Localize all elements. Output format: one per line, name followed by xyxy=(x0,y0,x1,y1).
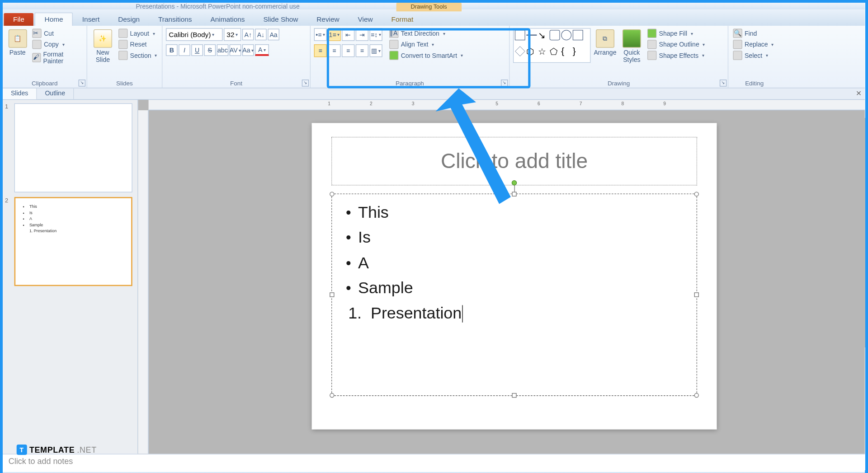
select-button[interactable]: Select xyxy=(732,50,775,61)
clear-formatting-button[interactable]: Aa xyxy=(268,29,279,41)
font-size-combo[interactable]: 32 xyxy=(224,28,241,41)
shape-fill-button[interactable]: Shape Fill xyxy=(646,28,706,38)
justify-button[interactable]: ≡ xyxy=(356,44,368,57)
tab-transitions[interactable]: Transitions xyxy=(149,13,202,26)
change-case-button[interactable]: Aa xyxy=(242,44,254,56)
ruler-vertical[interactable] xyxy=(138,110,149,454)
selection-handle[interactable] xyxy=(512,192,516,197)
title-placeholder[interactable]: Click to add title xyxy=(331,137,697,186)
underline-button[interactable]: U xyxy=(191,44,203,56)
shape-outline-button[interactable]: Shape Outline xyxy=(646,39,706,50)
close-pane-button[interactable]: × xyxy=(853,88,865,99)
scissors-icon: ✂ xyxy=(32,29,41,38)
replace-button[interactable]: Replace xyxy=(732,39,775,50)
selection-handle[interactable] xyxy=(330,292,334,297)
template-branding: T TEMPLATE.NET xyxy=(17,445,97,455)
bullet-item[interactable]: Sample xyxy=(346,275,683,300)
group-label: Editing xyxy=(732,79,777,88)
selection-handle[interactable] xyxy=(694,292,699,297)
group-label: Clipboard xyxy=(6,79,83,88)
tab-insert[interactable]: Insert xyxy=(73,13,108,26)
paste-button[interactable]: 📋 Paste xyxy=(6,28,29,78)
tab-animations[interactable]: Animations xyxy=(201,13,254,26)
bullets-button[interactable]: •≡ xyxy=(314,28,327,41)
brush-icon: 🖌 xyxy=(32,53,41,62)
decrease-indent-button[interactable]: ⇤ xyxy=(342,28,354,41)
section-button[interactable]: Section xyxy=(117,50,158,61)
dialog-launcher-icon[interactable]: ↘ xyxy=(79,80,85,86)
align-text-button[interactable]: Align Text xyxy=(388,39,464,50)
slides-tab[interactable]: Slides xyxy=(3,88,37,99)
bullet-item[interactable]: A xyxy=(346,250,683,276)
shape-icon xyxy=(573,30,583,40)
slide-canvas[interactable]: Click to add title This Is xyxy=(312,123,717,429)
strikethrough-button[interactable]: S xyxy=(204,44,216,56)
contextual-tab-drawing-tools[interactable]: Drawing Tools xyxy=(396,3,461,11)
bullet-item[interactable]: Is xyxy=(346,225,683,250)
quick-styles-button[interactable]: Quick Styles xyxy=(619,28,644,78)
arrange-button[interactable]: ⧉ Arrange xyxy=(593,28,618,78)
grow-font-button[interactable]: A↑ xyxy=(242,29,254,41)
dialog-launcher-icon[interactable]: ↘ xyxy=(302,80,309,86)
align-center-button[interactable]: ≡ xyxy=(328,44,340,57)
slide-thumbnail-1[interactable] xyxy=(14,103,132,192)
align-right-button[interactable]: ≡ xyxy=(342,44,354,57)
notes-pane[interactable]: Click to add notes xyxy=(3,454,865,472)
fill-icon xyxy=(647,29,656,38)
font-color-button[interactable]: A xyxy=(255,44,269,56)
columns-button[interactable]: ▥ xyxy=(370,44,382,57)
group-editing: 🔍Find Replace Select Editing xyxy=(728,26,780,88)
copy-button[interactable]: Copy xyxy=(31,39,83,50)
slide-thumbnail-2[interactable]: This Is A Sample 1. Presentation xyxy=(14,197,132,286)
char-spacing-button[interactable]: AV xyxy=(230,44,241,56)
tab-slideshow[interactable]: Slide Show xyxy=(254,13,307,26)
tab-review[interactable]: Review xyxy=(307,13,349,26)
bold-button[interactable]: B xyxy=(166,44,178,56)
tab-home[interactable]: Home xyxy=(35,13,73,26)
tab-file[interactable]: File xyxy=(4,13,34,26)
convert-smartart-button[interactable]: Convert to SmartArt xyxy=(388,50,464,61)
tab-view[interactable]: View xyxy=(349,13,382,26)
align-left-button[interactable]: ≡ xyxy=(314,44,327,57)
selection-handle[interactable] xyxy=(694,192,699,197)
tab-format[interactable]: Format xyxy=(382,13,423,26)
reset-button[interactable]: Reset xyxy=(117,39,158,50)
ribbon: 📋 Paste ✂Cut Copy 🖌Format Painter Clipbo… xyxy=(3,26,865,88)
layout-button[interactable]: Layout xyxy=(117,28,158,38)
slides-pane[interactable]: 1 2 This Is A Sample 1. Presentation xyxy=(3,100,138,454)
selection-handle[interactable] xyxy=(694,393,699,398)
shrink-font-button[interactable]: A↓ xyxy=(255,29,267,41)
font-name-combo[interactable]: Calibri (Body) xyxy=(166,28,222,41)
content-placeholder[interactable]: This Is A Sample 1. Presentation xyxy=(331,193,697,396)
dialog-launcher-icon[interactable]: ↘ xyxy=(720,80,726,86)
group-drawing: ↘ ⬡ ☆ ⬠ { } ⧉ Arrange Quick S xyxy=(509,26,728,88)
rotation-handle[interactable] xyxy=(512,180,517,186)
numbered-item[interactable]: 1. Presentation xyxy=(346,300,683,326)
cut-button[interactable]: ✂Cut xyxy=(31,28,83,38)
format-painter-button[interactable]: 🖌Format Painter xyxy=(31,50,83,65)
shape-oval-icon xyxy=(561,30,571,40)
selection-handle[interactable] xyxy=(330,192,334,197)
selection-handle[interactable] xyxy=(512,393,516,398)
shape-effects-button[interactable]: Shape Effects xyxy=(646,50,706,61)
template-logo-icon: T xyxy=(17,445,27,455)
dialog-launcher-icon[interactable]: ↘ xyxy=(501,80,508,86)
find-button[interactable]: 🔍Find xyxy=(732,28,775,38)
tab-design[interactable]: Design xyxy=(109,13,149,26)
text-direction-button[interactable]: ‖AText Direction xyxy=(388,28,464,38)
new-slide-button[interactable]: ✨ New Slide xyxy=(91,28,115,78)
ruler-horizontal[interactable]: 1 2 3 4 5 6 7 8 9 xyxy=(149,100,865,110)
align-text-icon xyxy=(389,40,398,49)
app-title: Presentations - Microsoft PowerPoint non… xyxy=(136,3,299,9)
italic-button[interactable]: I xyxy=(179,44,190,56)
shapes-gallery[interactable]: ↘ ⬡ ☆ ⬠ { } xyxy=(513,28,591,63)
numbering-button[interactable]: 1≡ xyxy=(328,28,340,41)
paste-icon: 📋 xyxy=(8,29,27,48)
selection-handle[interactable] xyxy=(330,393,334,398)
bullet-item[interactable]: This xyxy=(346,200,683,225)
increase-indent-button[interactable]: ⇥ xyxy=(356,28,368,41)
shadow-button[interactable]: abc xyxy=(217,44,229,56)
line-spacing-button[interactable]: ≡↕ xyxy=(370,28,382,41)
outline-tab[interactable]: Outline xyxy=(37,88,74,99)
find-icon: 🔍 xyxy=(733,29,742,38)
